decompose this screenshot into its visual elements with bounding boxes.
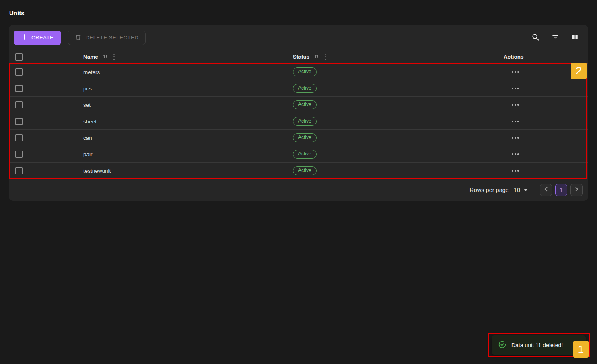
row-checkbox[interactable]: [15, 68, 23, 76]
name-column-menu-button[interactable]: [113, 53, 115, 61]
table-body: meters Active pcs Active set Active shee…: [9, 63, 588, 179]
status-badge: Active: [293, 133, 317, 142]
columns-button[interactable]: [570, 33, 579, 43]
page-1-button[interactable]: 1: [555, 184, 567, 196]
pagination-bar: Rows per page 10 1: [9, 179, 588, 201]
row-checkbox[interactable]: [15, 134, 23, 141]
unit-name: pair: [83, 151, 293, 157]
check-circle-icon: [498, 340, 506, 350]
toolbar-actions: [531, 33, 579, 43]
select-all-checkbox[interactable]: [15, 53, 23, 61]
status-badge: Active: [293, 67, 317, 76]
rows-per-page-label: Rows per page: [469, 187, 509, 193]
filter-lines-icon: [552, 33, 559, 42]
magnifier-icon: [532, 33, 539, 42]
table-row[interactable]: meters Active: [9, 63, 588, 80]
status-badge: Active: [293, 150, 317, 159]
create-button[interactable]: CREATE: [14, 31, 61, 45]
row-actions-button[interactable]: [510, 135, 521, 140]
row-checkbox[interactable]: [15, 118, 23, 125]
column-header-name: Name: [83, 54, 98, 60]
row-actions-button[interactable]: [510, 168, 521, 173]
filter-button[interactable]: [551, 33, 560, 43]
unit-name: sheet: [83, 119, 293, 125]
delete-selected-button[interactable]: DELETE SELECTED: [68, 31, 146, 45]
row-checkbox[interactable]: [15, 85, 23, 92]
row-actions-button[interactable]: [510, 70, 521, 74]
up-down-arrows-icon: [103, 53, 108, 60]
row-actions-button[interactable]: [510, 119, 521, 124]
table-row[interactable]: pair Active: [9, 146, 588, 162]
up-down-arrows-icon: [314, 53, 319, 60]
caret-down-icon: [524, 189, 528, 191]
table-row[interactable]: testnewunit Active: [9, 162, 588, 179]
list-toolbar: CREATE DELETE SELECTED: [9, 25, 588, 50]
column-header-actions: Actions: [504, 54, 524, 60]
table-row[interactable]: sheet Active: [9, 113, 588, 129]
table-row[interactable]: pcs Active: [9, 80, 588, 96]
annotation-badge-1: 1: [573, 341, 589, 358]
unit-name: meters: [83, 69, 293, 75]
create-button-label: CREATE: [31, 35, 54, 41]
previous-page-button[interactable]: [540, 184, 552, 196]
status-badge: Active: [293, 166, 317, 175]
status-badge: Active: [293, 100, 317, 109]
table-header-row: Name Status Actions: [9, 50, 588, 63]
trash-icon: [75, 34, 82, 42]
row-actions-button[interactable]: [510, 102, 521, 107]
table-row[interactable]: can Active: [9, 129, 588, 146]
plus-icon: [21, 34, 28, 41]
row-actions-button[interactable]: [510, 152, 521, 157]
search-button[interactable]: [531, 33, 540, 43]
page-title: Units: [9, 10, 25, 16]
sort-name-button[interactable]: [102, 53, 109, 61]
chevron-right-icon: [575, 187, 578, 193]
status-badge: Active: [293, 84, 317, 93]
toast-notification: Data unit 11 deleted!: [492, 335, 586, 355]
annotation-badge-2: 2: [571, 63, 587, 79]
view-columns-icon: [571, 33, 578, 42]
toast-message: Data unit 11 deleted!: [511, 342, 563, 348]
unit-name: can: [83, 135, 293, 141]
units-list-card: CREATE DELETE SELECTED: [9, 25, 588, 201]
table-row[interactable]: set Active: [9, 96, 588, 113]
row-checkbox[interactable]: [15, 151, 23, 158]
status-badge: Active: [293, 117, 317, 126]
chevron-left-icon: [544, 187, 548, 193]
rows-per-page-select[interactable]: 10: [514, 187, 528, 193]
status-column-menu-button[interactable]: [324, 53, 327, 61]
row-actions-button[interactable]: [510, 86, 521, 91]
unit-name: testnewunit: [83, 168, 293, 174]
unit-name: pcs: [83, 86, 293, 92]
delete-selected-label: DELETE SELECTED: [85, 35, 138, 41]
column-header-status: Status: [293, 54, 309, 60]
sort-status-button[interactable]: [313, 53, 320, 61]
rows-per-page-value: 10: [514, 187, 520, 193]
row-checkbox[interactable]: [15, 167, 23, 174]
row-checkbox[interactable]: [15, 101, 23, 108]
unit-name: set: [83, 102, 293, 108]
next-page-button[interactable]: [570, 184, 583, 196]
